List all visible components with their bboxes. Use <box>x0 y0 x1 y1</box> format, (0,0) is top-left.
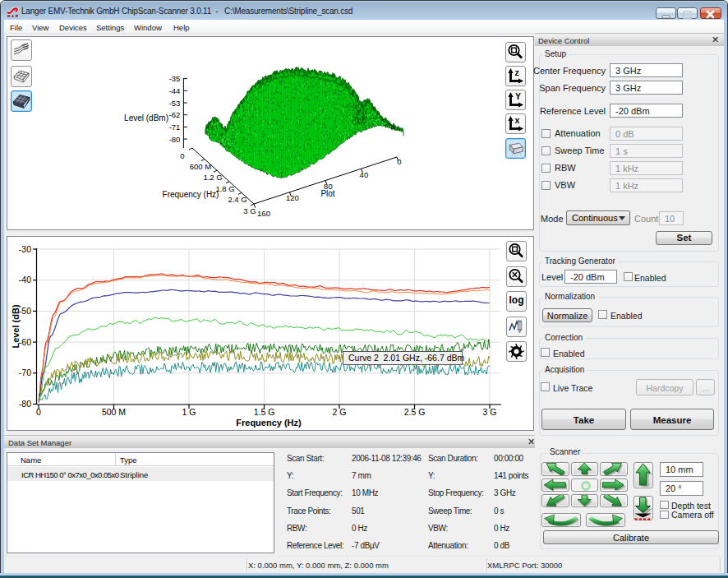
svg-text:2.5 G: 2.5 G <box>404 407 426 417</box>
svg-text:Level (dBm): Level (dBm) <box>124 113 168 123</box>
svg-text:Plot: Plot <box>320 189 334 198</box>
svg-text:120: 120 <box>286 193 299 202</box>
svg-text:3 G: 3 G <box>243 206 256 215</box>
svg-text:0: 0 <box>36 407 41 417</box>
svg-text:-50: -50 <box>19 306 31 316</box>
svg-text:1.2 G: 1.2 G <box>203 173 222 182</box>
svg-text:-44: -44 <box>169 86 181 95</box>
svg-text:160: 160 <box>257 209 270 218</box>
svg-text:-62: -62 <box>169 110 181 119</box>
svg-text:3 G: 3 G <box>483 407 497 417</box>
svg-text:-71: -71 <box>169 123 181 132</box>
svg-text:0: 0 <box>397 157 401 166</box>
svg-text:Curve 2 2.01 GHz, -66.7 dBm: Curve 2 2.01 GHz, -66.7 dBm <box>348 353 464 363</box>
svg-text:500 M: 500 M <box>102 407 126 417</box>
svg-text:Level (dB): Level (dB) <box>11 304 21 349</box>
svg-text:-80: -80 <box>169 135 181 144</box>
svg-text:Frequency (Hz): Frequency (Hz) <box>236 418 302 428</box>
svg-text:600 M: 600 M <box>190 162 211 171</box>
svg-text:-40: -40 <box>19 275 31 284</box>
svg-text:-70: -70 <box>19 368 31 377</box>
svg-text:x: x <box>515 115 520 125</box>
svg-text:-30: -30 <box>19 244 31 254</box>
svg-text:0: 0 <box>180 151 184 160</box>
svg-text:-80: -80 <box>19 399 31 409</box>
svg-text:2 G: 2 G <box>333 407 347 417</box>
svg-text:Frequency (Hz): Frequency (Hz) <box>163 190 219 199</box>
svg-text:1.5 G: 1.5 G <box>254 407 275 417</box>
svg-text:2.4 G: 2.4 G <box>228 195 247 204</box>
svg-text:40: 40 <box>360 170 369 179</box>
svg-text:-60: -60 <box>19 337 31 347</box>
svg-text:-35: -35 <box>169 74 181 83</box>
svg-text:-53: -53 <box>169 99 181 108</box>
svg-text:1 G: 1 G <box>182 407 196 417</box>
